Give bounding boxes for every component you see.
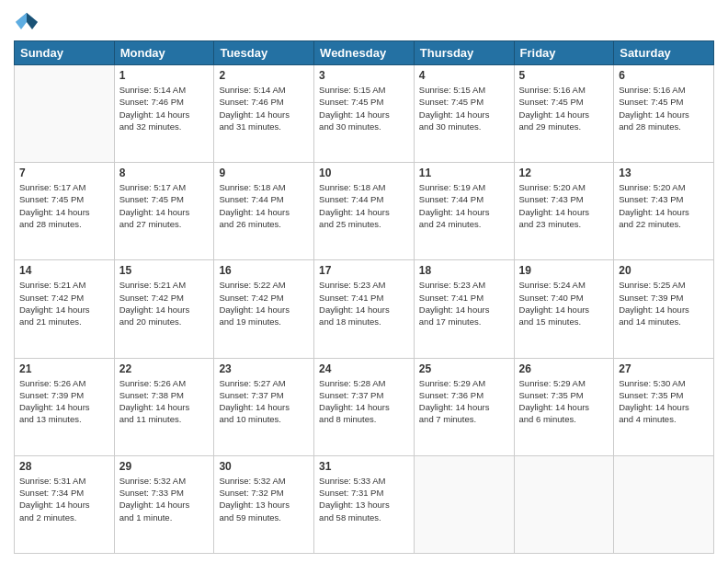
day-number: 28 xyxy=(19,460,109,473)
day-number: 14 xyxy=(19,264,109,277)
day-number: 2 xyxy=(219,69,309,82)
day-number: 5 xyxy=(519,69,609,82)
day-info: Sunrise: 5:27 AM Sunset: 7:37 PM Dayligh… xyxy=(219,377,309,426)
day-info: Sunrise: 5:32 AM Sunset: 7:32 PM Dayligh… xyxy=(219,475,309,523)
calendar-cell: 28Sunrise: 5:31 AM Sunset: 7:34 PM Dayli… xyxy=(15,455,115,553)
day-info: Sunrise: 5:17 AM Sunset: 7:45 PM Dayligh… xyxy=(119,181,210,230)
day-info: Sunrise: 5:14 AM Sunset: 7:46 PM Dayligh… xyxy=(119,84,210,132)
calendar-cell: 15Sunrise: 5:21 AM Sunset: 7:42 PM Dayli… xyxy=(114,260,214,358)
day-info: Sunrise: 5:26 AM Sunset: 7:38 PM Dayligh… xyxy=(119,377,210,426)
day-info: Sunrise: 5:30 AM Sunset: 7:35 PM Dayligh… xyxy=(619,377,709,426)
calendar-cell: 11Sunrise: 5:19 AM Sunset: 7:44 PM Dayli… xyxy=(414,163,514,260)
day-number: 19 xyxy=(519,264,609,277)
header xyxy=(14,9,714,35)
calendar-cell: 8Sunrise: 5:17 AM Sunset: 7:45 PM Daylig… xyxy=(114,163,214,260)
calendar-cell: 31Sunrise: 5:33 AM Sunset: 7:31 PM Dayli… xyxy=(314,455,415,553)
day-info: Sunrise: 5:33 AM Sunset: 7:31 PM Dayligh… xyxy=(319,475,409,523)
calendar-cell: 4Sunrise: 5:15 AM Sunset: 7:45 PM Daylig… xyxy=(414,65,514,163)
calendar-cell xyxy=(514,455,614,553)
page: SundayMondayTuesdayWednesdayThursdayFrid… xyxy=(0,0,728,563)
calendar-cell: 30Sunrise: 5:32 AM Sunset: 7:32 PM Dayli… xyxy=(214,455,314,553)
day-info: Sunrise: 5:15 AM Sunset: 7:45 PM Dayligh… xyxy=(419,84,509,132)
weekday-header-tuesday: Tuesday xyxy=(214,41,314,65)
calendar-cell: 3Sunrise: 5:15 AM Sunset: 7:45 PM Daylig… xyxy=(314,65,415,163)
calendar-cell: 1Sunrise: 5:14 AM Sunset: 7:46 PM Daylig… xyxy=(114,65,214,163)
day-info: Sunrise: 5:26 AM Sunset: 7:39 PM Dayligh… xyxy=(19,377,109,426)
calendar-cell: 19Sunrise: 5:24 AM Sunset: 7:40 PM Dayli… xyxy=(514,260,614,358)
day-number: 9 xyxy=(219,167,309,179)
day-number: 10 xyxy=(319,167,409,179)
calendar-week-4: 21Sunrise: 5:26 AM Sunset: 7:39 PM Dayli… xyxy=(15,358,714,455)
calendar-week-2: 7Sunrise: 5:17 AM Sunset: 7:45 PM Daylig… xyxy=(15,163,714,260)
calendar-cell: 12Sunrise: 5:20 AM Sunset: 7:43 PM Dayli… xyxy=(514,163,614,260)
weekday-header-friday: Friday xyxy=(514,41,614,65)
calendar-cell: 23Sunrise: 5:27 AM Sunset: 7:37 PM Dayli… xyxy=(214,358,314,455)
calendar-week-5: 28Sunrise: 5:31 AM Sunset: 7:34 PM Dayli… xyxy=(15,455,714,553)
day-info: Sunrise: 5:21 AM Sunset: 7:42 PM Dayligh… xyxy=(119,279,210,327)
day-number: 23 xyxy=(219,362,309,375)
day-number: 22 xyxy=(119,362,210,375)
day-info: Sunrise: 5:23 AM Sunset: 7:41 PM Dayligh… xyxy=(419,279,509,327)
calendar-cell: 27Sunrise: 5:30 AM Sunset: 7:35 PM Dayli… xyxy=(614,358,714,455)
day-info: Sunrise: 5:29 AM Sunset: 7:35 PM Dayligh… xyxy=(519,377,609,426)
day-number: 30 xyxy=(219,460,309,473)
day-number: 25 xyxy=(419,362,509,375)
calendar-cell: 2Sunrise: 5:14 AM Sunset: 7:46 PM Daylig… xyxy=(214,65,314,163)
calendar-cell: 5Sunrise: 5:16 AM Sunset: 7:45 PM Daylig… xyxy=(514,65,614,163)
day-info: Sunrise: 5:29 AM Sunset: 7:36 PM Dayligh… xyxy=(419,377,509,426)
logo-icon xyxy=(14,9,40,35)
day-info: Sunrise: 5:21 AM Sunset: 7:42 PM Dayligh… xyxy=(19,279,109,327)
calendar-table: SundayMondayTuesdayWednesdayThursdayFrid… xyxy=(14,40,714,554)
day-info: Sunrise: 5:28 AM Sunset: 7:37 PM Dayligh… xyxy=(319,377,409,426)
calendar-cell: 18Sunrise: 5:23 AM Sunset: 7:41 PM Dayli… xyxy=(414,260,514,358)
day-number: 26 xyxy=(519,362,609,375)
calendar-cell xyxy=(614,455,714,553)
day-number: 20 xyxy=(619,264,709,277)
day-number: 16 xyxy=(219,264,309,277)
calendar-cell: 7Sunrise: 5:17 AM Sunset: 7:45 PM Daylig… xyxy=(15,163,115,260)
day-number: 6 xyxy=(619,69,709,82)
calendar-cell xyxy=(15,65,115,163)
calendar-cell: 6Sunrise: 5:16 AM Sunset: 7:45 PM Daylig… xyxy=(614,65,714,163)
day-number: 18 xyxy=(419,264,509,277)
day-number: 7 xyxy=(19,167,109,179)
calendar-header-row: SundayMondayTuesdayWednesdayThursdayFrid… xyxy=(15,41,714,65)
weekday-header-saturday: Saturday xyxy=(614,41,714,65)
svg-marker-2 xyxy=(16,13,27,29)
day-info: Sunrise: 5:23 AM Sunset: 7:41 PM Dayligh… xyxy=(319,279,409,327)
day-info: Sunrise: 5:18 AM Sunset: 7:44 PM Dayligh… xyxy=(319,181,409,230)
calendar-cell: 16Sunrise: 5:22 AM Sunset: 7:42 PM Dayli… xyxy=(214,260,314,358)
day-number: 4 xyxy=(419,69,509,82)
day-info: Sunrise: 5:20 AM Sunset: 7:43 PM Dayligh… xyxy=(619,181,709,230)
svg-marker-1 xyxy=(27,13,38,29)
calendar-cell xyxy=(414,455,514,553)
day-number: 17 xyxy=(319,264,409,277)
calendar-cell: 10Sunrise: 5:18 AM Sunset: 7:44 PM Dayli… xyxy=(314,163,415,260)
day-info: Sunrise: 5:32 AM Sunset: 7:33 PM Dayligh… xyxy=(119,475,210,523)
calendar-cell: 21Sunrise: 5:26 AM Sunset: 7:39 PM Dayli… xyxy=(15,358,115,455)
day-info: Sunrise: 5:14 AM Sunset: 7:46 PM Dayligh… xyxy=(219,84,309,132)
calendar-cell: 20Sunrise: 5:25 AM Sunset: 7:39 PM Dayli… xyxy=(614,260,714,358)
day-info: Sunrise: 5:15 AM Sunset: 7:45 PM Dayligh… xyxy=(319,84,409,132)
weekday-header-thursday: Thursday xyxy=(414,41,514,65)
day-number: 21 xyxy=(19,362,109,375)
day-number: 15 xyxy=(119,264,210,277)
day-number: 1 xyxy=(119,69,210,82)
weekday-header-monday: Monday xyxy=(114,41,214,65)
day-number: 24 xyxy=(319,362,409,375)
day-info: Sunrise: 5:19 AM Sunset: 7:44 PM Dayligh… xyxy=(419,181,509,230)
day-info: Sunrise: 5:17 AM Sunset: 7:45 PM Dayligh… xyxy=(19,181,109,230)
day-info: Sunrise: 5:20 AM Sunset: 7:43 PM Dayligh… xyxy=(519,181,609,230)
calendar-cell: 24Sunrise: 5:28 AM Sunset: 7:37 PM Dayli… xyxy=(314,358,415,455)
day-info: Sunrise: 5:16 AM Sunset: 7:45 PM Dayligh… xyxy=(519,84,609,132)
calendar-cell: 9Sunrise: 5:18 AM Sunset: 7:44 PM Daylig… xyxy=(214,163,314,260)
calendar-cell: 17Sunrise: 5:23 AM Sunset: 7:41 PM Dayli… xyxy=(314,260,415,358)
calendar-week-1: 1Sunrise: 5:14 AM Sunset: 7:46 PM Daylig… xyxy=(15,65,714,163)
calendar-cell: 13Sunrise: 5:20 AM Sunset: 7:43 PM Dayli… xyxy=(614,163,714,260)
calendar-cell: 26Sunrise: 5:29 AM Sunset: 7:35 PM Dayli… xyxy=(514,358,614,455)
calendar-cell: 22Sunrise: 5:26 AM Sunset: 7:38 PM Dayli… xyxy=(114,358,214,455)
day-number: 29 xyxy=(119,460,210,473)
calendar-cell: 14Sunrise: 5:21 AM Sunset: 7:42 PM Dayli… xyxy=(15,260,115,358)
day-info: Sunrise: 5:22 AM Sunset: 7:42 PM Dayligh… xyxy=(219,279,309,327)
day-info: Sunrise: 5:16 AM Sunset: 7:45 PM Dayligh… xyxy=(619,84,709,132)
